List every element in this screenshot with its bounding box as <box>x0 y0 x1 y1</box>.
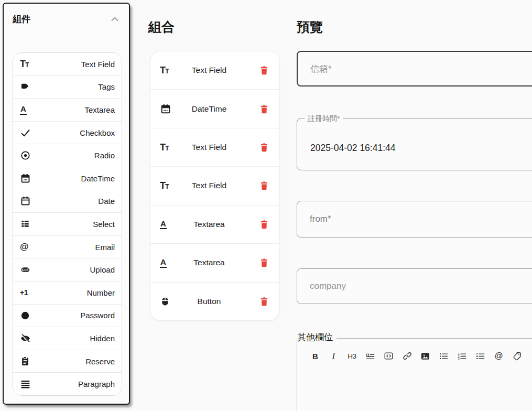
link-icon[interactable] <box>402 350 412 362</box>
composition-list: TT Text Field DateTime TT Text Field TT … <box>150 51 280 321</box>
rich-text-editor[interactable]: 其他欄位 B I H3 123 <box>297 338 532 411</box>
lines-icon <box>20 378 34 390</box>
comp-item-text-field[interactable]: TT Text Field <box>150 128 279 166</box>
comp-item-textarea[interactable]: A Textarea <box>150 205 279 243</box>
textarea-icon: A <box>20 105 34 115</box>
register-time-field[interactable]: 註冊時間* 2025-04-02 16:41:44 <box>297 118 532 170</box>
company-input-placeholder: company <box>310 281 346 291</box>
palette-item-text-field[interactable]: TT Text Field <box>13 53 122 75</box>
components-panel-header: 組件 <box>4 4 129 25</box>
components-panel-title: 組件 <box>13 13 30 25</box>
from-input-placeholder: from* <box>310 214 331 224</box>
email-input-placeholder: 信箱* <box>310 63 332 75</box>
chevron-up-icon[interactable] <box>109 14 121 25</box>
form-builder-screen: 組件 TT Text Field Tags A Textarea <box>0 0 532 411</box>
code-block-button[interactable] <box>384 350 394 362</box>
mouse-icon <box>160 296 173 307</box>
task-list-button[interactable] <box>475 350 485 362</box>
editor-label: 其他欄位 <box>297 332 336 343</box>
from-input[interactable]: from* <box>297 201 532 237</box>
palette-item-upload[interactable]: Upload <box>13 258 122 281</box>
palette-item-datetime[interactable]: DateTime <box>13 167 122 190</box>
mention-button[interactable]: @ <box>494 350 504 362</box>
paperclip-icon <box>20 264 34 275</box>
comp-item-text-field[interactable]: TT Text Field <box>150 166 279 204</box>
image-icon[interactable] <box>420 350 430 362</box>
clipboard-icon <box>20 356 34 366</box>
trash-icon[interactable] <box>258 103 270 115</box>
email-input[interactable]: 信箱* <box>297 51 532 86</box>
composition-title: 組合 <box>148 18 175 36</box>
trash-icon[interactable] <box>258 180 270 191</box>
palette-item-tags[interactable]: Tags <box>13 75 122 99</box>
list-blocks-icon <box>20 219 34 229</box>
text-field-icon: TT <box>160 143 173 152</box>
calendar-dots-icon <box>20 173 34 184</box>
text-field-icon: TT <box>160 66 173 75</box>
palette-item-select[interactable]: Select <box>13 212 122 235</box>
textarea-icon: A <box>160 220 173 230</box>
palette-item-reserve[interactable]: Reserve <box>13 350 122 373</box>
text-field-icon: TT <box>160 181 173 190</box>
ordered-list-button[interactable]: 123 <box>457 350 467 362</box>
blockquote-button[interactable] <box>365 350 375 362</box>
components-list: TT Text Field Tags A Textarea Checkbox <box>13 52 122 396</box>
palette-item-checkbox[interactable]: Checkbox <box>13 121 122 144</box>
bold-button[interactable]: B <box>310 350 320 362</box>
palette-item-password[interactable]: Password <box>13 304 122 327</box>
text-field-icon: TT <box>20 59 34 69</box>
palette-item-date[interactable]: Date <box>13 190 122 213</box>
filled-circle-icon <box>20 310 34 321</box>
radio-icon <box>20 150 34 161</box>
at-icon: @ <box>20 242 34 252</box>
trash-icon[interactable] <box>258 296 270 307</box>
palette-item-textarea[interactable]: A Textarea <box>13 98 122 121</box>
heading-3-button[interactable]: H3 <box>347 350 357 362</box>
components-panel: 組件 TT Text Field Tags A Textarea <box>3 3 130 405</box>
preview-title: 預覽 <box>297 18 323 36</box>
palette-item-radio[interactable]: Radio <box>13 144 122 167</box>
comp-item-text-field[interactable]: TT Text Field <box>150 51 279 89</box>
palette-item-paragraph[interactable]: Paragraph <box>13 372 122 395</box>
tag-icon <box>20 82 34 92</box>
register-time-label: 註冊時間* <box>305 114 343 123</box>
trash-icon[interactable] <box>258 257 270 268</box>
checkmark-icon <box>20 127 34 138</box>
textarea-icon: A <box>160 258 173 268</box>
tag-button[interactable] <box>512 350 522 362</box>
comp-item-datetime[interactable]: DateTime <box>150 89 279 127</box>
trash-icon[interactable] <box>258 142 270 153</box>
register-time-value: 2025-04-02 16:41:44 <box>297 118 532 170</box>
italic-button[interactable]: I <box>329 350 339 362</box>
palette-item-hidden[interactable]: Hidden <box>13 327 122 350</box>
palette-item-number[interactable]: +1 Number <box>13 281 122 304</box>
trash-icon[interactable] <box>258 219 270 230</box>
palette-item-email[interactable]: @ Email <box>13 235 122 258</box>
calendar-dots-icon <box>160 103 173 115</box>
bullet-list-button[interactable] <box>439 350 449 362</box>
comp-item-textarea[interactable]: A Textarea <box>150 243 279 282</box>
company-input[interactable]: company <box>297 268 532 304</box>
calendar-icon <box>20 196 34 207</box>
eye-off-icon <box>20 333 34 344</box>
plus-one-icon: +1 <box>20 288 34 297</box>
svg-text:3: 3 <box>458 357 460 360</box>
trash-icon[interactable] <box>258 64 270 76</box>
comp-item-button[interactable]: Button <box>150 282 279 320</box>
